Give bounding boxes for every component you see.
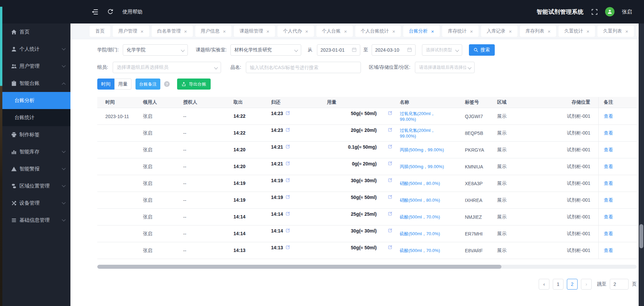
view-link[interactable]: 查看 — [604, 231, 613, 237]
tab-close-icon[interactable]: × — [548, 29, 551, 34]
view-link[interactable]: 查看 — [604, 197, 613, 203]
edit-icon[interactable] — [286, 128, 290, 132]
reagent-name-link[interactable]: 硫酸(500ml，70.0%) — [400, 248, 440, 253]
view-link[interactable]: 查看 — [604, 214, 613, 220]
tab[interactable]: 台账分析 × — [403, 26, 440, 37]
tab[interactable]: 个人代办 × — [277, 26, 314, 37]
edit-icon[interactable] — [286, 245, 290, 249]
reagent-name-link[interactable]: 丙腈(500mg，99.00%) — [400, 164, 444, 169]
view-link[interactable]: 查看 — [604, 181, 613, 187]
tab-close-icon[interactable]: × — [470, 29, 473, 34]
product-name-input[interactable] — [246, 62, 361, 73]
vertical-scrollbar[interactable] — [639, 23, 644, 306]
view-link[interactable]: 查看 — [604, 113, 613, 119]
view-link[interactable]: 查看 — [604, 147, 613, 153]
tab[interactable]: 库存列表 × — [520, 26, 556, 37]
location-select[interactable]: 请选择课题组后再选择位置 — [415, 62, 475, 73]
user-avatar[interactable] — [605, 7, 614, 16]
sidebar-item-smart-ledger[interactable]: 智能台账 — [0, 75, 70, 92]
edit-icon[interactable] — [388, 228, 392, 233]
prev-page-button[interactable]: ‹ — [539, 279, 549, 290]
edit-icon[interactable] — [388, 195, 392, 199]
sidebar-item-base-info[interactable]: 基础信息管理 — [0, 212, 70, 229]
tab-close-icon[interactable]: × — [184, 29, 187, 34]
sidebar-item-region-mgmt[interactable]: 区域位置管理 — [0, 177, 70, 195]
reagent-name-link[interactable]: 硝酸(500ml，80.0%) — [400, 181, 440, 186]
tab[interactable]: 入库记录 × — [481, 26, 518, 37]
fullscreen-icon[interactable] — [591, 8, 598, 15]
tab-close-icon[interactable]: × — [305, 29, 308, 34]
reagent-name-link[interactable]: 硫酸(500ml，70.0%) — [400, 231, 440, 237]
export-ledger-button[interactable]: 导出台账 — [177, 79, 211, 90]
college-select[interactable]: 化学学院 — [123, 44, 188, 56]
reagent-name-link[interactable]: 丙腈(500mg，99.00%) — [400, 147, 444, 153]
edit-icon[interactable] — [388, 211, 392, 216]
view-link[interactable]: 查看 — [604, 164, 613, 170]
edit-icon[interactable] — [286, 144, 290, 149]
edit-icon[interactable] — [388, 128, 392, 132]
collapse-menu-icon[interactable] — [92, 8, 98, 15]
reagent-name-link[interactable]: 硝酸(500ml，80.0%) — [400, 197, 440, 203]
ledger-remark-button[interactable]: 台账备注 — [136, 79, 160, 90]
tab-close-icon[interactable]: × — [223, 29, 226, 34]
tab[interactable]: 久置列表 × — [597, 26, 634, 37]
edit-icon[interactable] — [286, 228, 290, 233]
tab-close-icon[interactable]: × — [431, 29, 434, 34]
page-button-2[interactable]: 2 — [567, 279, 578, 290]
view-link[interactable]: 查看 — [604, 130, 613, 136]
sidebar-item-smart-inventory[interactable]: 智能库存 — [0, 143, 70, 160]
vertical-scrollbar-thumb[interactable] — [639, 224, 643, 248]
to-date-input[interactable]: 2024-03-10 — [372, 44, 416, 56]
group-select[interactable]: 材料化学性质研究 — [230, 44, 301, 56]
tab[interactable]: 白名单管理 × — [152, 26, 193, 37]
reagent-name-link[interactable]: 硫酸(500ml，70.0%) — [400, 214, 440, 220]
edit-icon[interactable] — [286, 111, 290, 115]
edit-icon[interactable] — [388, 178, 392, 182]
tab-close-icon[interactable]: × — [344, 29, 347, 34]
time-mode-button[interactable]: 时间 — [97, 79, 114, 90]
page-button-1[interactable]: 1 — [553, 279, 564, 290]
refresh-icon[interactable] — [107, 8, 114, 15]
tab[interactable]: 用户信息 × — [195, 26, 232, 37]
sidebar-item-ledger-stats[interactable]: 台账统计 — [0, 109, 70, 126]
tab-close-icon[interactable]: × — [586, 29, 589, 34]
sidebar-item-personal-stats[interactable]: 个人统计 — [0, 41, 70, 58]
edit-icon[interactable] — [286, 211, 290, 216]
horizontal-scrollbar[interactable] — [97, 265, 637, 269]
next-page-button[interactable]: › — [581, 279, 592, 290]
username[interactable]: 张启 — [622, 9, 632, 15]
edit-icon[interactable] — [388, 111, 392, 115]
help-badge[interactable]: ? — [164, 81, 170, 87]
usage-mode-button[interactable]: 用量 — [114, 79, 131, 90]
horizontal-scrollbar-thumb[interactable] — [97, 265, 501, 269]
from-date-input[interactable]: 2023-01-01 — [317, 44, 360, 56]
tab-close-icon[interactable]: × — [392, 29, 395, 34]
edit-icon[interactable] — [286, 178, 290, 182]
edit-icon[interactable] — [388, 161, 392, 165]
tab[interactable]: 用户管理 × — [113, 26, 149, 37]
edit-icon[interactable] — [286, 161, 290, 165]
tab-close-icon[interactable]: × — [266, 29, 269, 34]
sidebar-item-smart-alarm[interactable]: 智能警报 — [0, 160, 70, 177]
tab-close-icon[interactable]: × — [509, 29, 512, 34]
reagent-type-select[interactable]: 选择试剂类型 — [422, 44, 462, 56]
sidebar-item-make-label[interactable]: 制作标签 — [0, 126, 70, 143]
jump-page-input[interactable] — [610, 279, 629, 290]
tab[interactable]: 首页 × — [90, 26, 110, 37]
sidebar-item-home[interactable]: 首页 — [0, 23, 70, 41]
edit-icon[interactable] — [388, 245, 392, 249]
view-link[interactable]: 查看 — [604, 248, 613, 254]
edit-icon[interactable] — [286, 195, 290, 199]
tab[interactable]: 库存统计 × — [442, 26, 479, 37]
tab[interactable]: 久置统计 × — [558, 26, 595, 37]
help-link[interactable]: 使用帮助 — [122, 9, 143, 15]
sidebar-item-ledger-analysis[interactable]: 台账分析 — [0, 92, 70, 109]
tab[interactable]: 个人台账统计 × — [355, 26, 401, 37]
sidebar-item-device-mgmt[interactable]: 设备管理 — [0, 195, 70, 212]
reagent-name-link[interactable]: 过氧化氢(200ml，99.00%) — [400, 128, 448, 139]
tab-close-icon[interactable]: × — [625, 29, 628, 34]
member-select[interactable]: 选择课题组后再选择组员 — [113, 62, 221, 73]
edit-icon[interactable] — [388, 144, 392, 149]
tab[interactable]: 课题组管理 × — [234, 26, 275, 37]
reagent-name-link[interactable]: 过氧化氢(200ml，99.00%) — [400, 111, 448, 122]
